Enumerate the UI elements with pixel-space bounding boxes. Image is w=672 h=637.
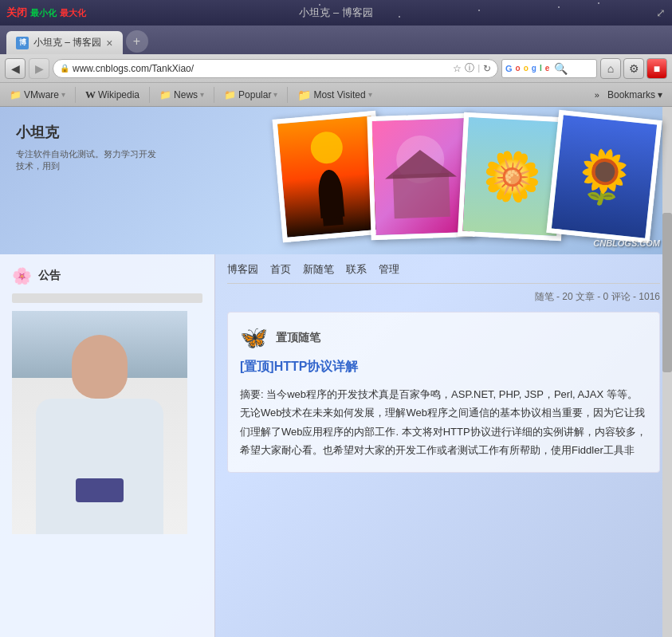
forward-button[interactable]: ▶ <box>29 58 49 79</box>
google-icon-l: l <box>540 64 542 73</box>
star <box>478 10 480 11</box>
active-tab[interactable]: 博 小坦克 – 博客园 × <box>6 31 123 54</box>
article-abstract: 摘要: 当今web程序的开发技术真是百家争鸣，ASP.NET, PHP, JSP… <box>240 385 647 460</box>
photo-strip: 🌼 🌻 <box>277 115 656 238</box>
pipe-separator: | <box>477 64 480 73</box>
red-action-button[interactable]: ■ <box>646 58 667 79</box>
butterfly-icon: 🦋 <box>240 324 268 351</box>
site-nav: 博客园 首页 新随笔 联系 管理 <box>227 262 660 284</box>
search-icon: 🔍 <box>554 62 568 75</box>
house-body <box>393 173 450 218</box>
bookmark-news[interactable]: 📁 News ▾ <box>155 88 209 102</box>
star <box>598 2 599 4</box>
maximize-button[interactable]: 最大化 <box>60 7 86 19</box>
minimize-button[interactable]: 最小化 <box>30 7 57 19</box>
site-main: 🌸 公告 博客园 首页 新随笔 <box>0 254 672 637</box>
most-visited-icon: 📁 <box>297 88 311 101</box>
news-icon: 📁 <box>159 89 171 100</box>
popular-icon: 📁 <box>224 89 236 100</box>
tab-close-button[interactable]: × <box>106 37 112 49</box>
settings-button[interactable]: ⚙ <box>623 58 644 79</box>
google-icon: G <box>505 64 513 73</box>
home-button[interactable]: ⌂ <box>600 58 621 79</box>
back-button[interactable]: ◀ <box>5 58 26 79</box>
google-icon-o2: o <box>524 64 529 73</box>
dandelion-emoji: 🌼 <box>481 147 544 206</box>
sunflower-emoji: 🌻 <box>569 143 640 210</box>
site-description: 专注软件自动化测试。努力学习开发技术，用到 <box>16 148 159 172</box>
nav-new-note[interactable]: 新随笔 <box>303 262 334 277</box>
vmware-label: VMware <box>24 89 59 100</box>
site-sidebar: 🌸 公告 <box>0 254 215 637</box>
bookmark-star-icon[interactable]: ☆ <box>453 63 462 74</box>
avatar-silhouette <box>12 311 187 534</box>
nav-right-buttons: ⌂ ⚙ ■ <box>600 58 667 79</box>
search-bar[interactable]: G o o g l e 🔍 <box>501 59 597 78</box>
window-controls: 关闭 最小化 最大化 <box>6 6 86 20</box>
reload-button[interactable]: ↻ <box>483 63 491 74</box>
avatar-badge <box>76 478 124 502</box>
window-title: 小坦克 – 博客园 <box>299 6 372 20</box>
google-icon-g: g <box>532 64 536 73</box>
bookmark-popular[interactable]: 📁 Popular ▾ <box>219 88 282 102</box>
tree-silhouette <box>320 181 344 226</box>
expand-button[interactable]: ⤢ <box>656 6 666 19</box>
article-card: 🦋 置顶随笔 [置顶]HTTP协议详解 摘要: 当今web程序的开发技术真是百家… <box>227 312 660 473</box>
bookmark-separator-4 <box>287 87 288 103</box>
bookmark-separator-1 <box>75 87 76 103</box>
photo-sunflower: 🌻 <box>546 110 662 244</box>
nav-bar: ◀ ▶ 🔒 www.cnblogs.com/TankXiao/ ☆ ⓘ | ↻ … <box>0 54 672 83</box>
scrollbar-thumb[interactable] <box>662 213 672 372</box>
bookmarks-bar: 📁 VMware ▾ W Wikipedia 📁 News ▾ 📁 Popula… <box>0 83 672 107</box>
popular-arrow: ▾ <box>273 90 277 99</box>
news-arrow: ▾ <box>200 90 204 99</box>
nav-contact[interactable]: 联系 <box>346 262 367 277</box>
bookmark-wikipedia[interactable]: W Wikipedia <box>81 87 144 103</box>
avatar-area <box>12 311 187 534</box>
bookmark-vmware[interactable]: 📁 VMware ▾ <box>5 88 70 102</box>
overflow-symbol: » <box>595 90 599 100</box>
avatar-body <box>36 399 163 534</box>
house-roof <box>384 148 457 179</box>
popular-label: Popular <box>238 89 271 100</box>
pinned-label: 置顶随笔 <box>276 331 320 345</box>
info-icon[interactable]: ⓘ <box>465 61 474 75</box>
photo-sunflower-bg: 🌻 <box>552 115 657 238</box>
site-title-area: 小坦克 专注软件自动化测试。努力学习开发技术，用到 <box>16 123 159 172</box>
cnblogs-watermark: CNBLOGS.COM <box>593 238 660 248</box>
site-stats: 随笔 - 20 文章 - 0 评论 - 1016 <box>227 290 660 304</box>
nav-admin[interactable]: 管理 <box>379 262 399 277</box>
sidebar-title: 🌸 公告 <box>12 266 202 285</box>
tab-label: 小坦克 – 博客园 <box>33 36 101 49</box>
star <box>558 6 560 8</box>
browser-content: 小坦克 专注软件自动化测试。努力学习开发技术，用到 <box>0 107 672 637</box>
new-tab-button[interactable]: + <box>126 30 148 53</box>
star <box>399 16 400 18</box>
bookmarks-menu-button[interactable]: Bookmarks ▾ <box>603 88 667 102</box>
bookmark-most-visited[interactable]: 📁 Most Visited ▾ <box>293 87 376 103</box>
bookmarks-arrow-icon: ▾ <box>658 89 662 100</box>
site-content: 博客园 首页 新随笔 联系 管理 随笔 - 20 文章 - 0 评论 - 101… <box>215 254 672 637</box>
photo-pink-bg <box>372 118 470 235</box>
wikipedia-label: Wikipedia <box>98 89 140 100</box>
vmware-icon: 📁 <box>10 89 22 100</box>
sidebar-flower-icon: 🌸 <box>12 266 32 285</box>
news-label: News <box>174 89 198 100</box>
close-button[interactable]: 关闭 <box>6 6 27 20</box>
sidebar-placeholder-1 <box>12 293 202 303</box>
nav-cnblogs[interactable]: 博客园 <box>227 262 258 277</box>
bookmarks-overflow[interactable]: » <box>595 90 599 100</box>
article-title[interactable]: [置顶]HTTP协议详解 <box>240 359 647 376</box>
scrollbar[interactable] <box>662 107 672 637</box>
address-lock-icon: 🔒 <box>60 64 69 73</box>
google-icon-o: o <box>516 64 521 73</box>
site-header: 小坦克 专注软件自动化测试。努力学习开发技术，用到 <box>0 107 672 254</box>
nav-home[interactable]: 首页 <box>270 262 291 277</box>
address-bar[interactable]: 🔒 www.cnblogs.com/TankXiao/ ☆ ⓘ | ↻ <box>53 59 498 78</box>
sun <box>309 130 344 164</box>
address-text: www.cnblogs.com/TankXiao/ <box>73 63 450 74</box>
title-bar: 关闭 最小化 最大化 小坦克 – 博客园 ⤢ <box>0 0 672 26</box>
site-name: 小坦克 <box>16 123 159 142</box>
bookmark-separator-2 <box>149 87 150 103</box>
sidebar-title-label: 公告 <box>38 269 61 283</box>
